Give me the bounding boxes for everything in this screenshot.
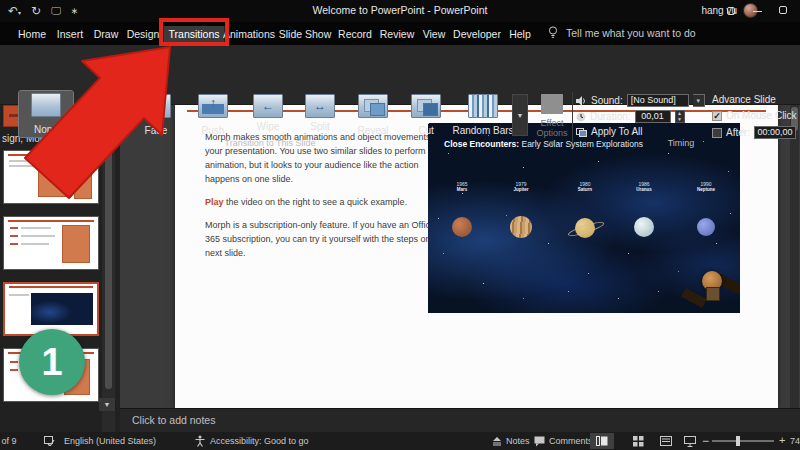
spellcheck-icon[interactable] [44,436,55,446]
planet-uranus [634,217,654,237]
slide-paragraph-2: Play the video on the right to see a qui… [205,196,447,210]
spacecraft-image [688,265,734,309]
tab-slide-show[interactable]: Slide Show [274,26,337,42]
cut-transition-icon [411,94,441,118]
on-mouse-click-label: On Mouse Click [726,110,797,121]
duration-label: Duration: [590,111,631,122]
slideshow-view-button[interactable] [678,433,702,449]
zoom-slider-thumb[interactable] [736,436,740,446]
tab-record[interactable]: Record [333,26,377,42]
reading-view-icon [660,436,672,446]
slideshow-icon [684,436,696,447]
highlight-box-transitions [159,18,229,46]
zoom-slider[interactable] [712,440,774,442]
sound-select[interactable]: [No Sound] [627,94,689,107]
title-bar: ↶▾ ↻ 🖵 ∗ Welcome to PowerPoint - PowerPo… [0,0,800,22]
planet-label-jupiter: 1979Jupiter [501,181,541,192]
powerpoint-window: ↶▾ ↻ 🖵 ∗ Welcome to PowerPoint - PowerPo… [0,0,800,450]
reveal-transition-icon [358,94,388,118]
morph-example-video[interactable]: Close Encounters: Early Solar System Exp… [428,123,740,313]
transition-gallery-more-button[interactable]: ▼ [512,94,528,136]
notes-icon [492,437,502,446]
sound-icon [576,96,587,106]
zoom-out-icon[interactable]: − [702,434,709,448]
on-mouse-click-checkbox[interactable]: ✓ [712,111,722,121]
notes-pane[interactable]: Click to add notes [120,408,800,432]
normal-view-icon [596,436,608,446]
tell-me-search[interactable]: Tell me what you want to do [548,26,696,39]
language-status[interactable]: English (United States) [64,436,156,446]
notes-placeholder: Click to add notes [132,414,215,426]
slide-canvas[interactable]: Morph makes smooth animations and object… [175,105,778,408]
planet-neptune [697,218,715,236]
planet-jupiter [510,216,532,238]
slide-paragraph-3: Morph is a subscription-only feature. If… [205,219,447,261]
planet-label-uranus: 1986Uranus [624,181,664,192]
planet-saturn [575,218,595,238]
minimize-icon[interactable] [748,0,768,22]
slide-sorter-view-button[interactable] [626,433,650,449]
lightbulb-icon [548,26,558,39]
accessibility-icon[interactable] [194,435,206,447]
red-arrow-annotation [0,30,230,220]
transition-reveal[interactable]: Reveal [346,94,400,136]
planet-label-saturn: 1980Saturn [565,181,605,192]
effect-options-icon [541,94,563,114]
step-number: 1 [41,341,62,383]
reading-view-button[interactable] [654,433,678,449]
sidebar-scroll-down-icon[interactable]: ▼ [99,398,115,411]
wipe-transition-icon: ← [253,94,283,118]
comments-toggle-button[interactable]: Comments [549,436,593,446]
restore-icon[interactable] [774,0,794,22]
notes-toggle-button[interactable]: Notes [506,436,530,446]
comments-icon [534,436,545,447]
sound-dropdown-icon[interactable]: ▼ [693,94,705,107]
after-label: After: [726,127,750,138]
tab-view[interactable]: View [418,26,451,42]
split-transition-icon: ↔ [305,94,335,118]
zoom-in-icon[interactable]: + [779,434,785,446]
planet-label-neptune: 1990Neptune [686,181,726,192]
transition-split[interactable]: ↔ Split [293,94,347,132]
after-checkbox[interactable] [712,128,722,138]
tell-me-placeholder: Tell me what you want to do [566,27,696,39]
slide-body-text[interactable]: Morph makes smooth animations and object… [205,131,447,270]
slide-thumbnail-3[interactable] [3,216,99,270]
slide-thumbnail-4-current[interactable] [3,282,99,336]
status-bar: 4 of 9 English (United States) Accessibi… [0,432,800,450]
group-label-timing: Timing [576,138,786,148]
accessibility-status[interactable]: Accessibility: Good to go [210,436,309,446]
effect-options-button[interactable]: Effect Options ▾ [533,94,571,148]
zoom-percentage: 74 [790,436,800,446]
planet-mars [452,217,472,237]
window-title: Welcome to PowerPoint - PowerPoint [0,4,800,16]
planet-label-mars: 1965Mars [442,181,482,192]
transition-cut[interactable]: Cut [399,94,453,136]
slide-sorter-icon [633,436,644,447]
random-bars-transition-icon [468,94,498,118]
ribbon-display-options-icon[interactable] [722,0,742,22]
apply-to-all-icon [576,127,587,137]
main-vertical-scrollbar[interactable] [790,105,799,408]
sound-label: Sound: [591,95,623,106]
tab-developer[interactable]: Developer [448,26,506,42]
step-number-badge: 1 [19,329,85,395]
duration-clock-icon [576,112,586,122]
tab-help[interactable]: Help [504,26,536,42]
normal-view-button[interactable] [590,433,614,449]
transition-random-bars[interactable]: Random Bars [450,94,516,136]
tab-review[interactable]: Review [375,26,419,42]
duration-input[interactable]: 00,01 [635,110,671,123]
duration-spinner[interactable]: ▲▼ [675,110,685,123]
slide-indicator: 4 of 9 [0,436,17,446]
transition-wipe[interactable]: ← Wipe [241,94,295,132]
apply-to-all-button[interactable]: Apply To All [591,126,643,137]
advance-slide-label: Advance Slide [712,94,776,105]
